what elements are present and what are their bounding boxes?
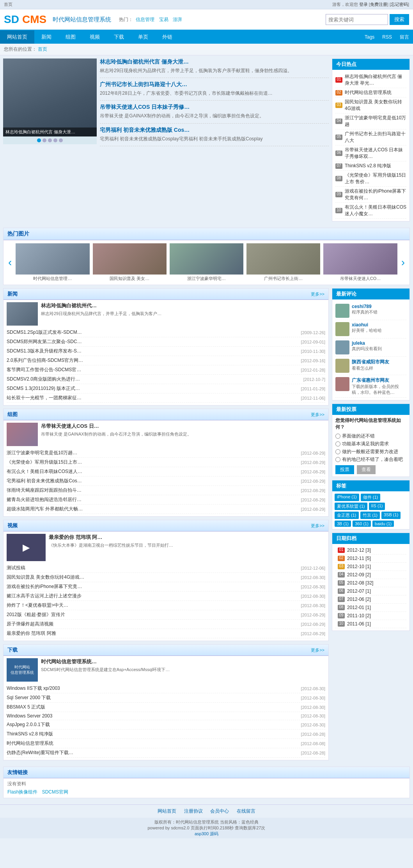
news-more-link[interactable]: 更多>>	[311, 291, 324, 297]
footer-icp-link[interactable]: asp300 源码	[195, 831, 218, 836]
dot-1[interactable]	[37, 138, 41, 142]
fn3-title[interactable]: 吊带袜天使迷人COS 日本妹子秀修…	[100, 104, 190, 110]
zi-5[interactable]: 张雨绮天蝎座跟踪对面跟拍自拍斗网上曝…	[7, 487, 85, 494]
ni-7[interactable]: SDCMS 1.3(20110129) 版本正式发…	[7, 385, 85, 392]
poll-radio-2[interactable]	[335, 441, 340, 446]
vi-6[interactable]: 2012版《粗超·婺据》宣传片	[7, 611, 65, 618]
gallery-item-4[interactable]: 广州书记市长上街…	[246, 243, 320, 282]
di-8[interactable]: 仿静态(ReWrite)重写组件下载…	[7, 749, 73, 756]
hot-link-1[interactable]: 信息管理	[136, 17, 154, 22]
nav-home[interactable]: 网站首页	[0, 30, 34, 44]
tag-1[interactable]: iPhone (1)	[335, 494, 359, 501]
gallery-item-1[interactable]: 时代网站信息管理…	[16, 243, 89, 282]
tag-6[interactable]: 竹京 (1)	[360, 512, 380, 519]
tag-5[interactable]: 金正恩 (1)	[335, 512, 359, 519]
arc-link-7[interactable]: 2012-06 [2]	[347, 597, 371, 602]
di-1[interactable]: Windows IIS下载 xp/2003	[7, 685, 60, 692]
hot-link-item-8[interactable]: 《光荣使命》军用升级版15日上市 售价…	[345, 172, 406, 185]
fn2-title[interactable]: 广州书记市长上街扫马路迎十八大…	[100, 81, 187, 87]
search-input[interactable]	[326, 14, 388, 25]
hot-link-2[interactable]: 宝易	[159, 17, 168, 22]
nav-message-link[interactable]: 留言	[396, 31, 413, 44]
tag-4[interactable]: IIS (1)	[369, 503, 385, 510]
arc-link-3[interactable]: 2012-10 [1]	[347, 564, 371, 569]
tag-2[interactable]: 做件 (1)	[361, 494, 381, 501]
fn1-title[interactable]: 林志玲低胸白裙杭州代言 俪身大泄…	[100, 58, 189, 65]
nav-external[interactable]: 外链	[155, 30, 179, 44]
arc-link-8[interactable]: 2012-01 [1]	[347, 605, 371, 610]
gallery-item-5[interactable]: 吊带袜天使迷人CO…	[323, 243, 397, 282]
video-more-link[interactable]: 更多>>	[311, 523, 324, 529]
di-2[interactable]: Sql Server 2000 下载	[7, 694, 51, 701]
zi-4[interactable]: 宅男福利 初音未来优雅成熟版Cos…	[7, 478, 82, 484]
tag-7[interactable]: 3SB (1)	[381, 512, 401, 519]
arc-link-2[interactable]: 2012-11 [5]	[347, 556, 371, 561]
di-3[interactable]: BBSMAX 5 正式版	[7, 704, 45, 710]
zi-6[interactable]: 赌青岛火箭进坦抱闯进浩浩邻居行射录…	[7, 496, 85, 503]
vi-5[interactable]: 帅炸了！<夏优春联盟>中天…	[7, 602, 68, 609]
vote-button[interactable]: 投票	[335, 465, 354, 474]
vi-2[interactable]: 国民知识普及 美女数你玩转4G游戏…	[7, 574, 84, 581]
arc-link-9[interactable]: 2011-10 [2]	[347, 613, 371, 618]
zi-2[interactable]: 《光荣使命》军用升级版15日上市…	[7, 459, 82, 466]
featured-main-image[interactable]: 林志玲低胸白裙杭州代言 俪身大泄…	[3, 58, 97, 136]
forgot-link[interactable]: 忘记密码	[391, 2, 408, 7]
poll-radio-4[interactable]	[335, 457, 340, 462]
download-feat-title[interactable]: 时代网站信息管理系统…	[41, 659, 97, 664]
tag-8[interactable]: 3B (1)	[335, 521, 351, 527]
arc-link-10[interactable]: 2011-06 [1]	[347, 621, 371, 627]
view-poll-button[interactable]: 查看	[357, 465, 376, 474]
breadcrumb-home[interactable]: 首页	[38, 46, 47, 52]
vi-1[interactable]: 测试投稿	[7, 565, 25, 571]
gallery-next-arrow[interactable]: ›	[400, 256, 406, 269]
search-button[interactable]: 搜索	[390, 14, 409, 25]
dot-4[interactable]	[53, 138, 57, 142]
zhutu-more-link[interactable]: 更多>>	[311, 412, 324, 418]
hot-link-item-9[interactable]: 游戏在被拉长的iPhone屏幕下究竟有何…	[345, 188, 406, 201]
hot-link-item-3[interactable]: 国民知识普及 美女数你玩转4G游戏	[345, 99, 406, 112]
fn4-title[interactable]: 宅男福利 初音未来优雅成熟版 Cos…	[100, 127, 190, 133]
nav-download[interactable]: 下载	[107, 30, 131, 44]
dot-5[interactable]	[59, 138, 63, 142]
nav-video[interactable]: 视频	[83, 30, 107, 44]
hot-link-item-7[interactable]: ThinkSNS v2.8 纯净版	[345, 163, 391, 169]
footer-nav-message[interactable]: 在线留言	[237, 808, 255, 814]
tag-9[interactable]: 360 (1)	[353, 521, 371, 527]
home-link[interactable]: 首页	[4, 2, 12, 7]
video-feat-title[interactable]: 最亲爱的你 范玮琪 阿…	[49, 534, 102, 540]
nav-tags-link[interactable]: Tags	[361, 31, 378, 43]
arc-link-4[interactable]: 2012-09 [2]	[347, 572, 371, 577]
zi-1[interactable]: 浙江宁波豪华明宅竟是低10万趟…	[7, 450, 77, 456]
friend-link-1[interactable]: Flash换像组件	[7, 789, 37, 795]
hot-link-item-4[interactable]: 浙江宁波豪华明宅竟是低10万趟	[345, 115, 406, 128]
footer-nav-register[interactable]: 注册协议	[184, 808, 203, 814]
vi-8[interactable]: 最亲爱的你 范玮琪 阿雅	[7, 630, 56, 637]
hot-link-item-6[interactable]: 吊带袜天使迷人COS 日本妹子秀修坏双…	[345, 147, 406, 160]
nav-news[interactable]: 新闻	[34, 30, 58, 44]
hot-link-item-2[interactable]: 时代网站信息管理系统	[345, 89, 392, 96]
di-4[interactable]: Windows Server 2003	[7, 713, 52, 719]
tag-3[interactable]: 夏优系软盟 (1)	[335, 503, 367, 510]
nav-page[interactable]: 单页	[131, 30, 155, 44]
friend-link-2[interactable]: SDCMS官网	[42, 789, 68, 795]
tag-10[interactable]: baidu (1)	[372, 521, 394, 527]
di-7[interactable]: 时代网站信息管理系统	[7, 740, 53, 747]
news-feat-title[interactable]: 林志玲低胸白裙杭州代…	[41, 303, 97, 308]
zhutu-feat-title[interactable]: 吊带袜天使迷人COS 日…	[41, 423, 99, 429]
gallery-item-2[interactable]: 国民知识普及 美女…	[93, 243, 167, 282]
footer-nav-home[interactable]: 网站首页	[158, 808, 176, 814]
gallery-prev-arrow[interactable]: ‹	[7, 256, 13, 269]
hot-link-item-5[interactable]: 广州书记市长上街扫马路迎十八大	[345, 131, 406, 144]
arc-link-5[interactable]: 2012-08 [32]	[347, 580, 373, 586]
ni-5[interactable]: 客节腾司工作暂停公告-SDCMS官方…	[7, 367, 85, 373]
arc-link-1[interactable]: 2012-12 [3]	[347, 547, 371, 553]
dot-3[interactable]	[48, 138, 52, 142]
login-link[interactable]: 登录	[359, 2, 368, 7]
di-5[interactable]: AspJpeg 2.0.0.1下载	[7, 721, 50, 728]
dot-2[interactable]	[43, 138, 46, 142]
ni-4[interactable]: 2.0系列广告位招商-SDCMS官方网站…	[7, 357, 85, 364]
poll-radio-1[interactable]	[335, 434, 340, 439]
zi-3[interactable]: 有沉么火！美糙日本萌妹COS迷人小魔女…	[7, 468, 85, 475]
nav-zhutu[interactable]: 组图	[58, 30, 83, 44]
di-6[interactable]: ThinkSNS v2.8 纯净版	[7, 731, 53, 737]
